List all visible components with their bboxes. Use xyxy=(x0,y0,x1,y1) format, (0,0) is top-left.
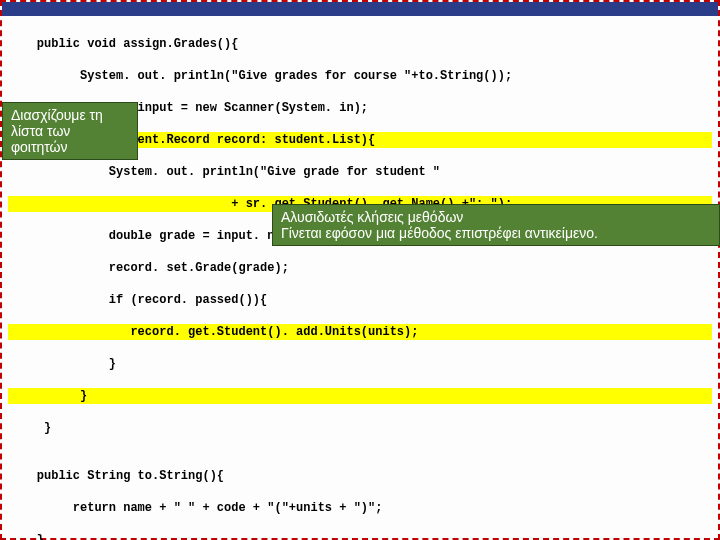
callout-right-line: Αλυσιδωτές κλήσεις μεθόδων xyxy=(281,209,711,225)
code-line: if (record. passed()){ xyxy=(8,292,712,308)
code-line: } xyxy=(8,356,712,372)
code-line: } xyxy=(8,532,712,540)
callout-left-line: φοιτητών xyxy=(11,139,129,155)
code-line: } xyxy=(8,420,712,436)
code-line: record. get.Student(). add.Units(units); xyxy=(8,324,712,340)
callout-left-line: Διασχίζουμε τη xyxy=(11,107,129,123)
callout-left: Διασχίζουμε τη λίστα των φοιτητών xyxy=(2,102,138,160)
code-line: return name + " " + code + "("+units + "… xyxy=(8,500,712,516)
callout-left-line: λίστα των xyxy=(11,123,129,139)
code-line: System. out. println("Give grade for stu… xyxy=(8,164,712,180)
code-line: public void assign.Grades(){ xyxy=(8,36,712,52)
code-line: record. set.Grade(grade); xyxy=(8,260,712,276)
code-block: public void assign.Grades(){ System. out… xyxy=(8,20,712,540)
code-line: System. out. println("Give grades for co… xyxy=(8,68,712,84)
callout-right-line: Γίνεται εφόσον μια μέθοδος επιστρέφει αν… xyxy=(281,225,711,241)
code-line: public String to.String(){ xyxy=(8,468,712,484)
callout-right: Αλυσιδωτές κλήσεις μεθόδων Γίνεται εφόσο… xyxy=(272,204,720,246)
code-line: } xyxy=(8,388,712,404)
top-blue-stripe xyxy=(2,2,718,16)
slide-frame: public void assign.Grades(){ System. out… xyxy=(0,0,720,540)
